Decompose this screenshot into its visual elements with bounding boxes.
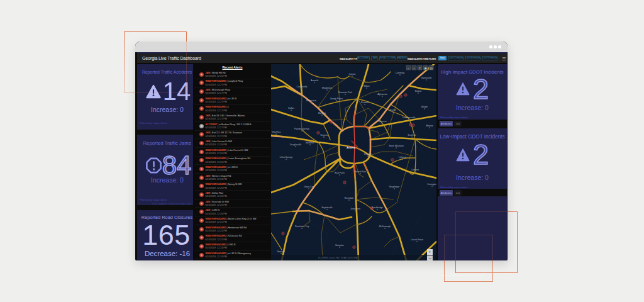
svg-text:Mountain Park: Mountain Park [338, 91, 352, 94]
svg-text:Covington: Covington [427, 183, 436, 186]
svg-text:Snellville: Snellville [408, 134, 416, 137]
svg-text:⌂: ⌂ [413, 66, 415, 70]
svg-text:Buford: Buford [415, 90, 421, 92]
svg-text:Duluth: Duluth [390, 109, 396, 111]
svg-text:Gainesville: Gainesville [421, 77, 432, 79]
svg-text:Marietta: Marietta [318, 112, 326, 115]
svg-text:Cumming: Cumming [396, 72, 405, 74]
svg-text:Dallas: Dallas [288, 107, 294, 109]
svg-text:Kennesaw: Kennesaw [306, 99, 316, 102]
svg-text:Forest Park: Forest Park [355, 171, 366, 173]
svg-text:Stockbridge: Stockbridge [372, 206, 383, 209]
svg-text:≡: ≡ [419, 66, 421, 70]
svg-text:Atlanta: Atlanta [347, 146, 356, 149]
svg-text:Esri, HERE, Garmin, FAO, NOAA,: Esri, HERE, Garmin, FAO, NOAA, USGS, EPA [318, 257, 357, 259]
svg-text:Snapfinger: Snapfinger [389, 186, 400, 188]
svg-text:Villa Rica: Villa Rica [272, 131, 280, 133]
svg-text:⌕: ⌕ [408, 66, 409, 70]
svg-text:Conyers: Conyers [411, 169, 419, 171]
svg-text:Stone Mountain: Stone Mountain [389, 145, 404, 147]
svg-text:Cartersville: Cartersville [297, 86, 308, 88]
svg-text:Jonesboro: Jonesboro [350, 208, 360, 210]
svg-text:+: + [428, 250, 431, 254]
svg-text:Locust Grove: Locust Grove [411, 238, 423, 241]
svg-text:Mableton: Mableton [306, 142, 314, 144]
svg-text:Monroe: Monroe [426, 125, 433, 127]
svg-text:Fayetteville: Fayetteville [321, 206, 332, 209]
svg-text:Union City: Union City [304, 186, 314, 188]
svg-text:Canton: Canton [349, 73, 356, 76]
svg-text:Lithia Springs: Lithia Springs [280, 156, 293, 159]
svg-text:Roswell: Roswell [361, 101, 369, 104]
svg-text:▣: ▣ [424, 66, 427, 70]
svg-text:Norcross: Norcross [378, 120, 387, 123]
svg-text:▤: ▤ [430, 66, 433, 70]
svg-text:Hampton: Hampton [335, 244, 344, 247]
svg-text:−: − [428, 256, 431, 260]
svg-text:Lawrenceville: Lawrenceville [402, 116, 416, 119]
svg-text:McDonough: McDonough [379, 225, 391, 228]
svg-text:Douglasville: Douglasville [290, 143, 301, 146]
svg-text:Acworth: Acworth [311, 79, 318, 82]
svg-text:Peachtree City: Peachtree City [295, 225, 309, 228]
svg-text:Sandy Plains: Sandy Plains [330, 98, 343, 100]
svg-text:Alpharetta: Alpharetta [377, 93, 387, 96]
svg-text:Smyrna: Smyrna [320, 134, 328, 137]
svg-text:Milton: Milton [364, 85, 369, 87]
svg-text:Woodstock: Woodstock [322, 87, 333, 89]
svg-text:East Point: East Point [335, 172, 345, 174]
svg-text:Lithonia: Lithonia [399, 156, 406, 159]
svg-text:Decatur: Decatur [364, 153, 372, 155]
svg-text:Powder Springs: Powder Springs [294, 128, 309, 130]
svg-text:Winder: Winder [421, 106, 429, 108]
svg-text:Riverdale: Riverdale [345, 197, 353, 199]
svg-text:Newnan: Newnan [277, 250, 286, 253]
